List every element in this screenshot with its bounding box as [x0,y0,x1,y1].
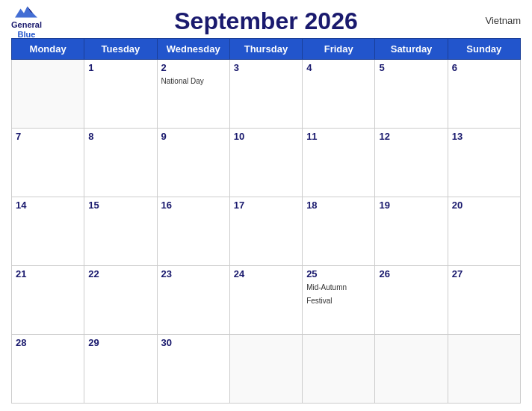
calendar-cell: 18 [303,197,375,266]
logo: General Blue [11,4,42,38]
cell-date-number: 25 [306,268,371,279]
cell-date-number: 4 [306,62,371,73]
cell-date-number: 23 [161,268,226,279]
weekday-header-thursday: Thursday [229,39,302,60]
calendar-header: General Blue September 2026 Vietnam [11,7,521,35]
calendar-cell: 27 [448,266,520,335]
calendar-cell: 25Mid-Autumn Festival [303,266,375,335]
cell-date-number: 27 [452,268,516,279]
cell-date-number: 29 [88,337,152,348]
calendar-cell: 7 [12,129,84,197]
cell-date-number: 16 [161,200,226,211]
calendar-cell: 12 [375,129,448,197]
calendar-week-row: 2122232425Mid-Autumn Festival2627 [12,266,521,335]
calendar-cell: 16 [157,197,229,266]
calendar-cell: 11 [303,129,375,197]
cell-date-number: 17 [234,200,298,211]
cell-date-number: 5 [379,62,443,73]
weekday-header-row: MondayTuesdayWednesdayThursdayFridaySatu… [12,39,521,60]
calendar-cell: 22 [84,266,157,335]
calendar-week-row: 282930 [12,335,521,404]
cell-date-number: 20 [452,200,516,211]
country-label: Vietnam [486,15,521,26]
calendar-cell: 3 [229,60,302,129]
calendar-week-row: 14151617181920 [12,197,521,266]
calendar-cell: 14 [12,197,84,266]
cell-date-number: 18 [306,200,371,211]
calendar-cell: 26 [375,266,448,335]
calendar-cell: 28 [12,335,84,404]
weekday-header-friday: Friday [303,39,375,60]
calendar-cell: 1 [84,60,157,129]
cell-date-number: 8 [88,131,152,142]
calendar-cell: 9 [157,129,229,197]
cell-date-number: 28 [16,337,80,348]
logo-text-blue: Blue [18,30,36,39]
calendar-cell: 19 [375,197,448,266]
calendar-cell: 13 [448,129,520,197]
calendar-cell: 4 [303,60,375,129]
cell-date-number: 9 [161,131,226,142]
cell-date-number: 22 [88,268,152,279]
calendar-cell [229,335,302,404]
calendar-cell [375,335,448,404]
cell-date-number: 11 [306,131,371,142]
calendar-cell [12,60,84,129]
cell-date-number: 14 [16,200,80,211]
cell-date-number: 10 [234,131,298,142]
calendar-cell: 21 [12,266,84,335]
cell-date-number: 15 [88,200,152,211]
cell-date-number: 2 [161,62,226,73]
cell-date-number: 13 [452,131,516,142]
calendar-week-row: 12National Day3456 [12,60,521,129]
calendar-cell [303,335,375,404]
calendar-cell: 5 [375,60,448,129]
cell-date-number: 6 [452,62,516,73]
weekday-header-wednesday: Wednesday [157,39,229,60]
cell-date-number: 21 [16,268,80,279]
weekday-header-tuesday: Tuesday [84,39,157,60]
calendar-cell: 10 [229,129,302,197]
cell-date-number: 30 [161,337,226,348]
calendar-cell: 29 [84,335,157,404]
calendar-cell: 24 [229,266,302,335]
weekday-header-sunday: Sunday [448,39,520,60]
cell-date-number: 19 [379,200,443,211]
cell-date-number: 3 [234,62,298,73]
weekday-header-monday: Monday [12,39,84,60]
calendar-cell: 6 [448,60,520,129]
cell-date-number: 1 [88,62,152,73]
cell-event-label: Mid-Autumn Festival [306,283,347,305]
cell-date-number: 24 [234,268,298,279]
weekday-header-saturday: Saturday [375,39,448,60]
calendar-cell: 2National Day [157,60,229,129]
cell-date-number: 12 [379,131,443,142]
calendar-cell: 15 [84,197,157,266]
calendar-title: September 2026 [174,7,357,35]
calendar-cell [448,335,520,404]
cell-event-label: National Day [161,77,204,85]
calendar-cell: 20 [448,197,520,266]
calendar-cell: 23 [157,266,229,335]
calendar-week-row: 78910111213 [12,129,521,197]
logo-icon [15,4,37,20]
cell-date-number: 7 [16,131,80,142]
calendar-table: MondayTuesdayWednesdayThursdayFridaySatu… [11,38,521,404]
calendar-cell: 30 [157,335,229,404]
logo-text-general: General [11,20,42,29]
svg-marker-0 [15,7,37,18]
calendar-cell: 8 [84,129,157,197]
calendar-cell: 17 [229,197,302,266]
cell-date-number: 26 [379,268,443,279]
